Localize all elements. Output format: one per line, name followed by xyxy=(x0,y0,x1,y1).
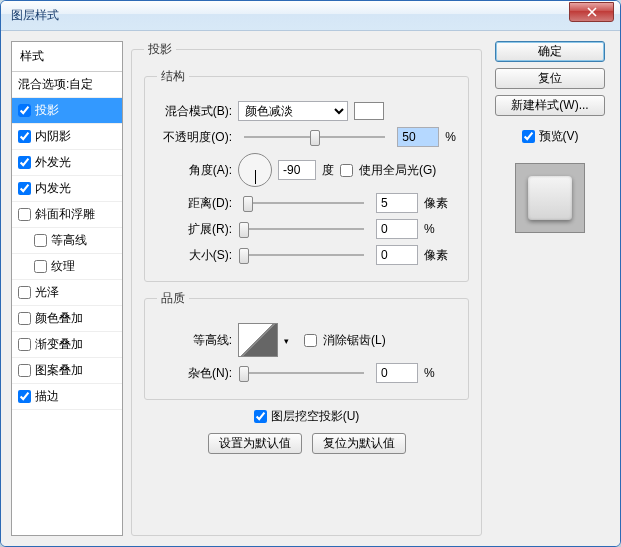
style-checkbox[interactable] xyxy=(18,156,31,169)
size-slider[interactable] xyxy=(244,246,364,264)
window-title: 图层样式 xyxy=(11,7,59,24)
styles-header: 样式 xyxy=(12,42,122,72)
global-light-checkbox[interactable] xyxy=(340,164,353,177)
style-label: 光泽 xyxy=(35,284,59,301)
noise-unit: % xyxy=(424,366,456,380)
style-item-7[interactable]: 光泽 xyxy=(12,280,122,306)
style-label: 纹理 xyxy=(51,258,75,275)
style-label: 内发光 xyxy=(35,180,71,197)
blend-mode-select[interactable]: 颜色减淡 xyxy=(238,101,348,121)
style-checkbox[interactable] xyxy=(18,390,31,403)
global-light-label: 使用全局光(G) xyxy=(359,162,436,179)
size-label: 大小(S): xyxy=(157,247,232,264)
quality-fieldset: 品质 等高线: ▾ 消除锯齿(L) 杂色(N): % xyxy=(144,290,469,400)
style-item-11[interactable]: 描边 xyxy=(12,384,122,410)
quality-legend: 品质 xyxy=(157,290,189,307)
main-panel: 投影 结构 混合模式(B): 颜色减淡 不透明度(O): % xyxy=(131,41,482,536)
style-item-2[interactable]: 外发光 xyxy=(12,150,122,176)
style-label: 等高线 xyxy=(51,232,87,249)
style-item-1[interactable]: 内阴影 xyxy=(12,124,122,150)
effect-legend: 投影 xyxy=(144,41,176,58)
angle-input[interactable] xyxy=(278,160,316,180)
style-label: 投影 xyxy=(35,102,59,119)
spread-label: 扩展(R): xyxy=(157,221,232,238)
dialog-window: 图层样式 样式 混合选项:自定 投影内阴影外发光内发光斜面和浮雕等高线纹理光泽颜… xyxy=(0,0,621,547)
effect-fieldset: 投影 结构 混合模式(B): 颜色减淡 不透明度(O): % xyxy=(131,41,482,536)
ok-button[interactable]: 确定 xyxy=(495,41,605,62)
structure-fieldset: 结构 混合模式(B): 颜色减淡 不透明度(O): % 角度(A): xyxy=(144,68,469,282)
set-default-button[interactable]: 设置为默认值 xyxy=(208,433,302,454)
reset-default-button[interactable]: 复位为默认值 xyxy=(312,433,406,454)
style-checkbox[interactable] xyxy=(18,182,31,195)
size-input[interactable] xyxy=(376,245,418,265)
opacity-input[interactable] xyxy=(397,127,439,147)
antialias-label: 消除锯齿(L) xyxy=(323,332,386,349)
blend-mode-label: 混合模式(B): xyxy=(157,103,232,120)
style-item-6[interactable]: 纹理 xyxy=(12,254,122,280)
style-checkbox[interactable] xyxy=(34,260,47,273)
preview-checkbox[interactable] xyxy=(522,130,535,143)
preview-label: 预览(V) xyxy=(539,128,579,145)
cancel-button[interactable]: 复位 xyxy=(495,68,605,89)
style-label: 内阴影 xyxy=(35,128,71,145)
size-unit: 像素 xyxy=(424,247,456,264)
preview-swatch xyxy=(528,176,572,220)
blend-options-label: 混合选项:自定 xyxy=(18,76,93,93)
dropdown-icon: ▾ xyxy=(284,336,289,346)
style-checkbox[interactable] xyxy=(18,208,31,221)
contour-label: 等高线: xyxy=(157,332,232,349)
antialias-checkbox[interactable] xyxy=(304,334,317,347)
knockout-label: 图层挖空投影(U) xyxy=(271,408,360,425)
style-checkbox[interactable] xyxy=(18,338,31,351)
angle-label: 角度(A): xyxy=(157,162,232,179)
distance-label: 距离(D): xyxy=(157,195,232,212)
contour-picker[interactable]: ▾ xyxy=(238,323,278,357)
opacity-unit: % xyxy=(445,130,456,144)
spread-unit: % xyxy=(424,222,456,236)
right-panel: 确定 复位 新建样式(W)... 预览(V) xyxy=(490,41,610,536)
dialog-body: 样式 混合选项:自定 投影内阴影外发光内发光斜面和浮雕等高线纹理光泽颜色叠加渐变… xyxy=(1,31,620,546)
style-item-4[interactable]: 斜面和浮雕 xyxy=(12,202,122,228)
style-label: 渐变叠加 xyxy=(35,336,83,353)
style-item-9[interactable]: 渐变叠加 xyxy=(12,332,122,358)
style-label: 外发光 xyxy=(35,154,71,171)
style-checkbox[interactable] xyxy=(18,130,31,143)
noise-slider[interactable] xyxy=(244,364,364,382)
style-label: 图案叠加 xyxy=(35,362,83,379)
style-checkbox[interactable] xyxy=(34,234,47,247)
opacity-slider[interactable] xyxy=(244,128,385,146)
style-item-8[interactable]: 颜色叠加 xyxy=(12,306,122,332)
preview-box xyxy=(515,163,585,233)
distance-input[interactable] xyxy=(376,193,418,213)
style-checkbox[interactable] xyxy=(18,104,31,117)
noise-label: 杂色(N): xyxy=(157,365,232,382)
distance-unit: 像素 xyxy=(424,195,456,212)
new-style-button[interactable]: 新建样式(W)... xyxy=(495,95,605,116)
styles-panel: 样式 混合选项:自定 投影内阴影外发光内发光斜面和浮雕等高线纹理光泽颜色叠加渐变… xyxy=(11,41,123,536)
titlebar[interactable]: 图层样式 xyxy=(1,1,620,31)
spread-slider[interactable] xyxy=(244,220,364,238)
style-label: 描边 xyxy=(35,388,59,405)
knockout-checkbox[interactable] xyxy=(254,410,267,423)
style-item-0[interactable]: 投影 xyxy=(12,98,122,124)
opacity-label: 不透明度(O): xyxy=(157,129,232,146)
style-checkbox[interactable] xyxy=(18,286,31,299)
style-item-5[interactable]: 等高线 xyxy=(12,228,122,254)
spread-input[interactable] xyxy=(376,219,418,239)
close-icon xyxy=(587,7,597,17)
style-label: 颜色叠加 xyxy=(35,310,83,327)
style-checkbox[interactable] xyxy=(18,312,31,325)
style-item-3[interactable]: 内发光 xyxy=(12,176,122,202)
style-label: 斜面和浮雕 xyxy=(35,206,95,223)
angle-dial[interactable] xyxy=(238,153,272,187)
color-swatch[interactable] xyxy=(354,102,384,120)
style-item-10[interactable]: 图案叠加 xyxy=(12,358,122,384)
structure-legend: 结构 xyxy=(157,68,189,85)
close-button[interactable] xyxy=(569,2,614,22)
blend-options-item[interactable]: 混合选项:自定 xyxy=(12,72,122,98)
angle-unit: 度 xyxy=(322,162,334,179)
style-checkbox[interactable] xyxy=(18,364,31,377)
noise-input[interactable] xyxy=(376,363,418,383)
distance-slider[interactable] xyxy=(244,194,364,212)
